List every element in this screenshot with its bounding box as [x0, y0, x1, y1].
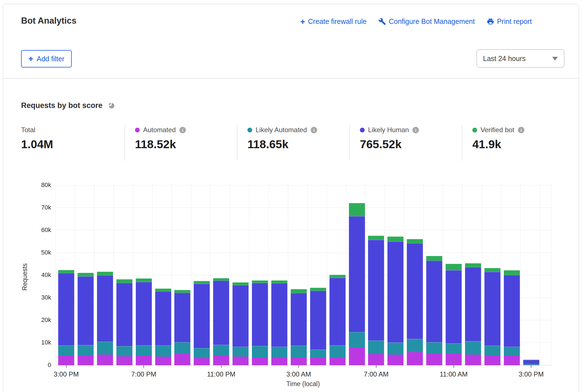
bar-segment-automated[interactable] — [407, 352, 423, 365]
bar-segment-likely-automated[interactable] — [310, 350, 326, 358]
bar-10-00-am[interactable] — [426, 183, 442, 365]
bar-segment-automated[interactable] — [97, 355, 113, 365]
bar-9-00-pm[interactable] — [174, 183, 190, 365]
bar-12-00-am[interactable] — [233, 183, 249, 365]
bar-segment-likely-human[interactable] — [407, 243, 423, 339]
bar-segment-likely-human[interactable] — [116, 283, 132, 346]
bar-segment-verified-bot[interactable] — [426, 256, 442, 261]
bar-1-00-pm[interactable] — [484, 183, 500, 365]
bar-segment-verified-bot[interactable] — [97, 272, 113, 275]
bar-segment-likely-automated[interactable] — [407, 339, 423, 352]
bar-segment-likely-human[interactable] — [330, 278, 346, 345]
bar-5-00-pm[interactable] — [97, 183, 113, 365]
bar-segment-verified-bot[interactable] — [387, 236, 403, 242]
bar-10-00-pm[interactable] — [194, 183, 210, 365]
bar-7-00-pm[interactable] — [136, 183, 152, 365]
bar-segment-automated[interactable] — [252, 358, 268, 365]
bar-6-00-am[interactable] — [349, 183, 365, 365]
bar-segment-likely-human[interactable] — [368, 240, 384, 341]
bar-segment-automated[interactable] — [78, 355, 94, 365]
bar-segment-verified-bot[interactable] — [523, 360, 539, 360]
bar-segment-automated[interactable] — [465, 355, 481, 365]
bar-segment-automated[interactable] — [446, 354, 462, 365]
bar-segment-likely-automated[interactable] — [174, 342, 190, 354]
bar-segment-automated[interactable] — [233, 357, 249, 365]
bar-segment-likely-automated[interactable] — [426, 342, 442, 353]
bar-segment-verified-bot[interactable] — [484, 268, 500, 272]
bar-segment-automated[interactable] — [426, 353, 442, 365]
bar-segment-verified-bot[interactable] — [174, 290, 190, 293]
bar-segment-automated[interactable] — [136, 355, 152, 365]
bar-segment-automated[interactable] — [213, 355, 229, 365]
bar-segment-verified-bot[interactable] — [58, 270, 74, 273]
bar-segment-likely-automated[interactable] — [116, 346, 132, 356]
bar-6-00-pm[interactable] — [116, 183, 132, 365]
bar-segment-automated[interactable] — [194, 358, 210, 365]
bar-segment-verified-bot[interactable] — [194, 281, 210, 284]
bar-segment-likely-automated[interactable] — [252, 346, 268, 358]
bar-segment-automated[interactable] — [504, 355, 520, 365]
bar-segment-likely-human[interactable] — [349, 216, 365, 332]
bar-segment-verified-bot[interactable] — [271, 280, 287, 283]
bar-segment-verified-bot[interactable] — [291, 289, 307, 293]
bar-segment-likely-automated[interactable] — [155, 345, 171, 357]
bar-8-00-pm[interactable] — [155, 183, 171, 365]
bar-8-00-am[interactable] — [387, 183, 403, 365]
bar-segment-verified-bot[interactable] — [136, 278, 152, 282]
bar-segment-verified-bot[interactable] — [465, 263, 481, 267]
bar-segment-verified-bot[interactable] — [78, 273, 94, 276]
bar-segment-likely-human[interactable] — [291, 293, 307, 346]
bar-segment-automated[interactable] — [174, 354, 190, 365]
bar-segment-likely-human[interactable] — [252, 283, 268, 346]
bar-segment-likely-human[interactable] — [484, 272, 500, 346]
bar-segment-likely-human[interactable] — [426, 261, 442, 342]
bar-segment-likely-human[interactable] — [523, 360, 539, 364]
bar-segment-likely-automated[interactable] — [291, 346, 307, 357]
bar-segment-verified-bot[interactable] — [233, 282, 249, 285]
bar-segment-likely-automated[interactable] — [78, 345, 94, 355]
bar-9-00-am[interactable] — [407, 183, 423, 365]
bar-segment-likely-automated[interactable] — [523, 364, 539, 365]
bar-segment-likely-automated[interactable] — [349, 332, 365, 348]
bar-segment-likely-human[interactable] — [155, 291, 171, 345]
bar-segment-likely-automated[interactable] — [97, 342, 113, 355]
bar-11-00-pm[interactable] — [213, 183, 229, 365]
bar-segment-automated[interactable] — [291, 357, 307, 365]
bar-3-00-pm[interactable] — [523, 183, 539, 365]
bar-segment-verified-bot[interactable] — [252, 280, 268, 283]
bar-segment-likely-human[interactable] — [233, 285, 249, 346]
bar-segment-verified-bot[interactable] — [446, 264, 462, 270]
bar-segment-automated[interactable] — [368, 354, 384, 365]
bar-segment-likely-automated[interactable] — [233, 347, 249, 357]
bar-segment-likely-automated[interactable] — [194, 348, 210, 358]
bar-segment-likely-automated[interactable] — [58, 345, 74, 355]
bar-1-00-am[interactable] — [252, 183, 268, 365]
bar-segment-likely-human[interactable] — [504, 275, 520, 346]
bar-segment-likely-automated[interactable] — [213, 345, 229, 355]
bar-5-00-am[interactable] — [330, 183, 346, 365]
bar-segment-automated[interactable] — [349, 348, 365, 365]
bar-segment-likely-human[interactable] — [446, 270, 462, 344]
bar-segment-likely-human[interactable] — [465, 267, 481, 341]
bar-segment-likely-human[interactable] — [97, 275, 113, 342]
bar-4-00-pm[interactable] — [78, 183, 94, 365]
bar-segment-verified-bot[interactable] — [213, 278, 229, 281]
bar-segment-likely-human[interactable] — [271, 283, 287, 347]
bar-segment-automated[interactable] — [155, 357, 171, 365]
bar-segment-verified-bot[interactable] — [155, 289, 171, 291]
bar-segment-likely-automated[interactable] — [484, 346, 500, 355]
bar-segment-likely-automated[interactable] — [446, 343, 462, 354]
bar-segment-verified-bot[interactable] — [407, 239, 423, 243]
bar-segment-verified-bot[interactable] — [504, 270, 520, 275]
bar-segment-likely-automated[interactable] — [271, 347, 287, 357]
bar-segment-likely-human[interactable] — [387, 242, 403, 343]
bar-segment-automated[interactable] — [271, 357, 287, 365]
bar-segment-likely-automated[interactable] — [387, 343, 403, 354]
bar-segment-likely-human[interactable] — [58, 273, 74, 345]
bar-11-00-am[interactable] — [446, 183, 462, 365]
bar-segment-automated[interactable] — [58, 355, 74, 365]
bar-3-00-pm[interactable] — [58, 183, 74, 365]
bar-segment-likely-automated[interactable] — [136, 345, 152, 355]
bar-segment-verified-bot[interactable] — [116, 279, 132, 283]
bar-segment-likely-human[interactable] — [194, 284, 210, 348]
